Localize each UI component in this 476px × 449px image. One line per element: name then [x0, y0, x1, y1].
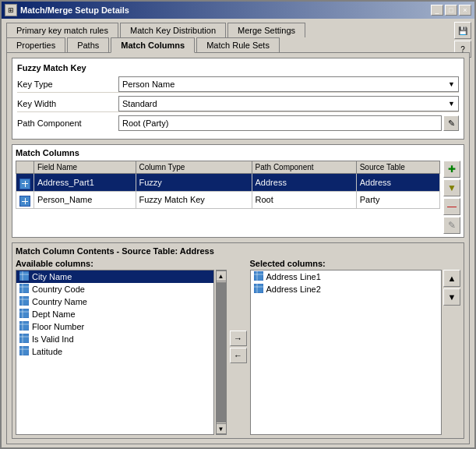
tabs-row-2: Properties Paths Match Columns Match Rul…: [6, 37, 470, 52]
path-component-field: Root (Party): [118, 115, 442, 131]
list-item-label: Dept Name: [32, 309, 76, 319]
path-component-edit-button[interactable]: ✎: [443, 115, 459, 131]
selected-list-item[interactable]: Address Line2: [251, 283, 442, 295]
available-list-item[interactable]: Country Code: [16, 283, 213, 295]
list-item-label: City Name: [32, 272, 72, 281]
remove-row-button[interactable]: —: [443, 198, 460, 215]
list-item-icon: [19, 321, 30, 332]
key-type-row: Key Type Person Name ▼: [17, 76, 459, 93]
selected-list-item[interactable]: Address Line1: [251, 270, 442, 283]
key-type-dropdown[interactable]: Person Name ▼: [118, 76, 459, 92]
available-list-item[interactable]: Floor Number: [16, 320, 213, 333]
close-button[interactable]: ×: [459, 5, 471, 16]
col-header-column-type: Column Type: [136, 161, 252, 174]
row-cell-column-type: Fuzzy: [136, 174, 252, 192]
row-icon-cell: [16, 174, 34, 192]
available-list-item[interactable]: Country Name: [16, 295, 213, 308]
svg-rect-6: [19, 296, 29, 306]
tab-primary-key[interactable]: Primary key match rules: [6, 23, 118, 37]
match-columns-section: Match Columns Field Name Column Type Pat…: [12, 144, 464, 238]
title-bar: ⊞ Match/Merge Setup Details _ □ ×: [2, 2, 474, 19]
title-bar-buttons: _ □ ×: [431, 5, 471, 16]
move-up-button[interactable]: ▲: [443, 270, 460, 287]
key-type-label: Key Type: [17, 80, 118, 89]
transfer-arrow-buttons: → ←: [230, 259, 247, 435]
tab-properties[interactable]: Properties: [6, 37, 65, 53]
row-icon-cell: [16, 191, 34, 209]
move-down-button[interactable]: ▼: [443, 179, 460, 196]
match-table-wrapper: Field Name Column Type Path Component So…: [16, 161, 460, 234]
move-down-selected-button[interactable]: ▼: [443, 288, 460, 306]
table-header-row: Field Name Column Type Path Component So…: [16, 161, 440, 174]
row-cell-column-type: Fuzzy Match Key: [136, 191, 252, 209]
available-columns-list[interactable]: City NameCountry CodeCountry NameDept Na…: [16, 270, 214, 435]
list-item-label: Address Line1: [266, 272, 321, 281]
tab-match-columns[interactable]: Match Columns: [111, 37, 195, 53]
svg-rect-0: [19, 271, 29, 281]
path-component-label: Path Component: [17, 118, 118, 128]
key-type-value: Person Name ▼: [118, 76, 459, 92]
list-item-icon: [19, 271, 30, 282]
selected-list-wrapper: Address Line1Address Line2 ▲ ▼: [250, 270, 461, 435]
move-left-button[interactable]: ←: [230, 348, 247, 363]
tab-paths[interactable]: Paths: [67, 37, 109, 53]
list-item-label: Is Valid Ind: [32, 334, 74, 344]
available-list-item[interactable]: City Name: [16, 270, 213, 283]
content-area: Primary key match rules Match Key Distri…: [2, 19, 474, 447]
edit-row-button[interactable]: ✎: [443, 217, 460, 234]
col-header-path-component: Path Component: [252, 161, 356, 174]
path-component-value: Root (Party) ✎: [118, 115, 459, 131]
list-item-icon: [253, 271, 264, 282]
selected-columns-section: Selected columns: Address Line1Address L…: [250, 259, 461, 435]
tab-match-rule-sets[interactable]: Match Rule Sets: [196, 37, 280, 53]
row-cell-source-table: Party: [356, 191, 439, 209]
available-columns-header: Available columns:: [16, 259, 227, 268]
available-list-item[interactable]: Latitude: [16, 345, 213, 358]
main-panel: Fuzzy Match Key Key Type Person Name ▼ K…: [6, 52, 470, 444]
list-item-label: Latitude: [32, 347, 62, 356]
key-width-value: Standard ▼: [118, 96, 459, 111]
list-item-label: Country Name: [32, 297, 87, 306]
available-list-item[interactable]: Dept Name: [16, 308, 213, 320]
list-item-icon: [19, 334, 30, 345]
row-cell-source-table: Address: [356, 174, 439, 192]
list-item-icon: [19, 296, 30, 307]
fuzzy-match-key-section: Fuzzy Match Key Key Type Person Name ▼ K…: [12, 58, 464, 140]
svg-rect-18: [19, 346, 29, 355]
window-icon: ⊞: [5, 4, 17, 16]
match-table-container: Field Name Column Type Path Component So…: [16, 161, 440, 209]
selected-columns-list[interactable]: Address Line1Address Line2: [250, 270, 443, 435]
scroll-up-arrow[interactable]: ▲: [216, 270, 227, 281]
updown-buttons: ▲ ▼: [443, 270, 460, 435]
tab-merge-settings[interactable]: Merge Settings: [227, 23, 305, 37]
col-header-field-name: Field Name: [34, 161, 136, 174]
maximize-button[interactable]: □: [445, 5, 457, 16]
row-cell-path-component: Address: [252, 174, 356, 192]
col-header-icon: [16, 161, 34, 174]
list-item-label: Address Line2: [266, 285, 321, 294]
row-cell-path-component: Root: [252, 191, 356, 209]
table-row[interactable]: Address_Part1FuzzyAddressAddress: [16, 174, 440, 192]
tab-match-key-dist[interactable]: Match Key Distribution: [120, 23, 226, 37]
add-row-button[interactable]: ✚: [443, 161, 460, 178]
scroll-down-arrow[interactable]: ▼: [216, 423, 227, 434]
list-item-label: Country Code: [32, 285, 85, 294]
contents-columns: Available columns: City NameCountry Code…: [16, 259, 460, 435]
key-type-arrow: ▼: [448, 80, 455, 88]
scroll-thumb: [217, 282, 226, 422]
row-cell-field-name: Person_Name: [34, 191, 136, 209]
key-width-dropdown[interactable]: Standard ▼: [118, 96, 459, 111]
svg-rect-9: [19, 309, 29, 318]
selected-columns-header: Selected columns:: [250, 259, 461, 268]
move-right-button[interactable]: →: [230, 331, 247, 346]
key-width-arrow: ▼: [448, 100, 455, 108]
available-scrollbar[interactable]: ▲ ▼: [216, 270, 227, 435]
col-header-source-table: Source Table: [356, 161, 439, 174]
key-width-label: Key Width: [17, 99, 118, 108]
svg-rect-24: [254, 284, 263, 293]
contents-title: Match Column Contents - Source Table: Ad…: [16, 246, 460, 256]
minimize-button[interactable]: _: [431, 5, 443, 16]
table-row[interactable]: Person_NameFuzzy Match KeyRootParty: [16, 191, 440, 209]
key-width-row: Key Width Standard ▼: [17, 95, 459, 112]
available-list-item[interactable]: Is Valid Ind: [16, 333, 213, 345]
